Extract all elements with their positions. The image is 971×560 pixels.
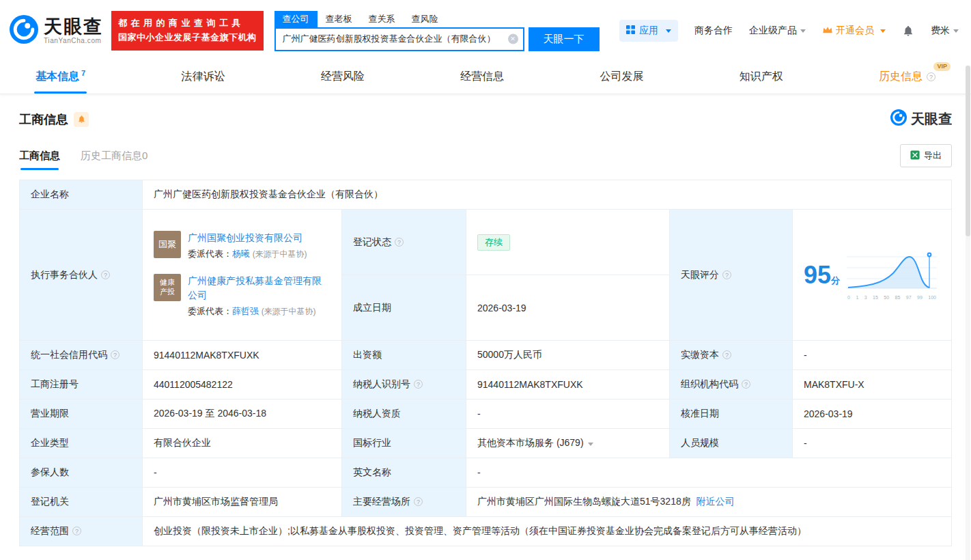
tab-operating-info[interactable]: 经营信息 [456, 60, 508, 94]
table-row: 营业期限 2026-03-19 至 2046-03-18 纳税人资质 - 核准日… [20, 400, 952, 429]
company-section-tabs: 基本信息 7 法律诉讼 经营风险 经营信息 公司发展 知识产权 历史信息 VIP [0, 60, 971, 94]
tianyancha-logo[interactable]: 天眼查 TianYanCha.com [10, 15, 103, 46]
business-cooperation-link[interactable]: 商务合作 [694, 25, 733, 37]
excel-icon [910, 150, 920, 162]
help-icon[interactable] [414, 497, 423, 506]
chevron-down-icon[interactable] [588, 443, 593, 446]
tab-operating-risk[interactable]: 经营风险 [317, 60, 369, 94]
field-reg-no-value: 440112005482122 [143, 370, 342, 400]
field-partners-label: 执行事务合伙人 [20, 210, 143, 341]
top-bar: 天眼查 TianYanCha.com 都在用的商业查询工具 国家中小企业发展子基… [0, 0, 971, 60]
scrollbar[interactable] [966, 66, 970, 560]
tab-intellectual-property[interactable]: 知识产权 [735, 60, 787, 94]
scrollbar-thumb[interactable] [966, 66, 970, 236]
search-tab-risk[interactable]: 查风险 [404, 11, 447, 27]
tab-basic-info[interactable]: 基本信息 7 [31, 60, 89, 94]
field-reg-authority-value: 广州市黄埔区市场监督管理局 [143, 488, 342, 517]
help-icon[interactable] [927, 72, 935, 81]
field-taxpayer-id-value: 91440112MAK8TXFUXK [466, 370, 670, 400]
search-tab-boss[interactable]: 查老板 [318, 11, 361, 27]
rep-label: 委派代表： [188, 249, 232, 259]
help-icon[interactable] [111, 350, 119, 359]
vip-membership-menu[interactable]: 开通会员 [822, 25, 886, 37]
tianyancha-logo-icon [890, 109, 907, 129]
table-row: 参保人数 - 英文名称 - [20, 458, 952, 488]
field-english-name-label: 英文名称 [342, 458, 466, 488]
partner-item: 国聚 广州国聚创业投资有限公司 委派代表：杨曦 (来源于中基协) [154, 231, 330, 262]
field-score-label: 天眼评分 [670, 210, 793, 341]
subtab-history-business-info[interactable]: 历史工商信息0 [81, 150, 147, 170]
partner-company-link[interactable]: 广州国聚创业投资有限公司 [188, 231, 307, 245]
enterprise-product-label: 企业级产品 [749, 25, 797, 37]
field-reg-authority-label: 登记机关 [20, 488, 143, 517]
help-icon[interactable] [722, 350, 731, 359]
notification-bell-icon[interactable] [902, 25, 914, 37]
enterprise-product-menu[interactable]: 企业级产品 [749, 25, 806, 37]
search-tab-relation[interactable]: 查关系 [361, 11, 404, 27]
search-input[interactable] [275, 27, 524, 51]
field-term-label: 营业期限 [20, 400, 143, 429]
score-chart: 0131550859799100 [847, 250, 937, 300]
tab-history-info[interactable]: 历史信息 VIP [875, 60, 940, 94]
subtab-business-info[interactable]: 工商信息 [19, 150, 60, 170]
field-taxpayer-quality-label: 纳税人资质 [342, 400, 466, 429]
field-company-name-label: 企业名称 [20, 180, 143, 210]
field-company-name-value: 广州广健医药创新股权投资基金合伙企业（有限合伙） [143, 180, 952, 210]
export-button-label: 导出 [924, 150, 942, 162]
help-icon[interactable] [722, 270, 731, 279]
rep-label: 委派代表： [188, 306, 232, 316]
field-score-value: 95分 [793, 210, 952, 341]
section-title: 工商信息 [19, 111, 68, 128]
table-row: 登记机关 广州市黄埔区市场监督管理局 主要经营场所 广州市黄埔区广州国际生物岛螺… [20, 488, 952, 517]
field-staff-size-label: 人员规模 [670, 429, 793, 458]
field-paid-capital-value: - [793, 341, 952, 370]
clear-search-icon[interactable]: ✕ [508, 34, 518, 44]
field-reg-no-label: 工商注册号 [20, 370, 143, 400]
score-unit: 分 [831, 275, 840, 285]
partner-company-link[interactable]: 广州健康产投私募基金管理有限公司 [188, 274, 330, 303]
subscribe-bell-icon[interactable] [74, 112, 89, 127]
field-establish-date-label: 成立日期 [342, 275, 466, 341]
help-icon[interactable] [101, 270, 110, 279]
field-company-type-value: 有限合伙企业 [143, 429, 342, 458]
field-insured-value: - [143, 458, 342, 488]
help-icon[interactable] [395, 238, 404, 247]
rep-person-link[interactable]: 薛哲强 [232, 306, 259, 316]
chevron-down-icon [953, 29, 959, 33]
partner-logo: 健康产投 [154, 274, 181, 301]
section-watermark-logo: 天眼查 [890, 109, 952, 129]
help-icon[interactable] [742, 380, 750, 389]
search-button[interactable]: 天眼一下 [529, 27, 600, 51]
table-row: 企业类型 有限合伙企业 国标行业 其他资本市场服务 (J679) 人员规模 - [20, 429, 952, 458]
user-menu[interactable]: 费米 [931, 25, 959, 37]
help-icon[interactable] [414, 380, 423, 389]
field-english-name-value: - [466, 458, 952, 488]
table-row: 企业名称 广州广健医药创新股权投资基金合伙企业（有限合伙） [20, 180, 952, 210]
field-paid-capital-label: 实缴资本 [670, 341, 793, 370]
rep-person-link[interactable]: 杨曦 [232, 249, 250, 259]
field-capital-value: 50000万人民币 [466, 341, 670, 370]
tab-company-development[interactable]: 公司发展 [595, 60, 647, 94]
username: 费米 [931, 25, 950, 37]
promo-banner: 都在用的商业查询工具 国家中小企业发展子基金旗下机构 [111, 11, 264, 51]
apps-menu[interactable]: 应用 [619, 20, 678, 42]
field-address-value: 广州市黄埔区广州国际生物岛螺旋大道51号3218房 附近公司 [466, 488, 952, 517]
nearby-companies-link[interactable]: 附近公司 [696, 496, 735, 507]
score-axis-labels: 0131550859799100 [847, 295, 937, 300]
field-reg-status-label: 登记状态 [342, 210, 466, 275]
vip-badge: VIP [933, 62, 951, 71]
tab-legal-proceedings[interactable]: 法律诉讼 [177, 60, 229, 94]
logo-brand-name: 天眼查 [44, 17, 103, 36]
promo-line2: 国家中小企业发展子基金旗下机构 [118, 31, 257, 45]
field-industry-label: 国标行业 [342, 429, 466, 458]
export-button[interactable]: 导出 [900, 144, 952, 167]
vip-membership-label: 开通会员 [836, 25, 874, 37]
field-org-code-label: 组织机构代码 [670, 370, 793, 400]
help-icon[interactable] [72, 527, 81, 535]
chevron-down-icon [666, 29, 671, 33]
search-tab-company[interactable]: 查公司 [275, 11, 318, 27]
chevron-down-icon [800, 29, 806, 33]
field-approve-date-value: 2026-03-19 [793, 400, 952, 429]
industry-value[interactable]: 其他资本市场服务 (J679) [477, 437, 584, 448]
tab-basic-info-count: 7 [81, 69, 85, 77]
